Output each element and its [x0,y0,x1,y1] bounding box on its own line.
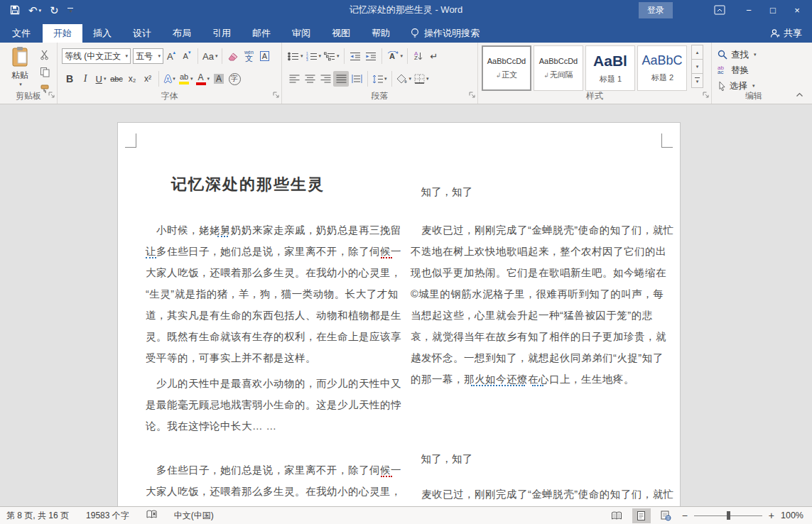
chevron-down-icon: ▾ [401,53,404,59]
style-card[interactable]: AaBbCcDd ↲无间隔 [534,45,583,91]
search-icon [718,50,727,60]
shrink-caret-icon: ▾ [188,50,191,55]
read-mode-button[interactable] [607,508,626,523]
paragraph-dialog-launcher-icon[interactable] [469,88,475,101]
pilcrow-mark-icon: ↲ [496,72,502,79]
subscript-button[interactable]: x₂ [124,71,140,87]
collapse-ribbon-button[interactable] [796,87,803,100]
phonetic-guide-button[interactable]: wén文 [241,48,256,64]
share-button[interactable]: 共享 [770,27,802,40]
font-dialog-launcher-icon[interactable] [273,88,279,101]
style-scroll-down-button[interactable]: ▾ [691,59,703,74]
close-button[interactable]: × [785,0,809,20]
page-indicator[interactable]: 第 8 页, 共 16 页 [6,510,69,522]
ribbon-tab[interactable]: 视图 [321,24,361,43]
undo-button[interactable]: ↶▾ [28,5,41,16]
borders-button[interactable]: ▾ [413,71,431,87]
enclose-characters-button[interactable]: 字 [227,71,242,87]
asian-layout-button[interactable]: A▾ [385,48,405,64]
show-hide-marks-button[interactable]: ↵ [426,48,442,64]
replace-button[interactable]: abac 替换 [712,62,796,78]
underline-button[interactable]: U▾ [93,71,109,87]
distribute-button[interactable] [349,71,364,87]
bold-button[interactable]: B [62,71,77,87]
sort-button[interactable]: AZ [411,48,426,64]
style-scroll-up-button[interactable]: ▴ [691,45,703,60]
ribbon-tab[interactable]: 帮助 [361,24,401,43]
print-layout-button[interactable] [632,508,651,523]
find-button[interactable]: 查找▾ [712,47,796,62]
ribbon-tab[interactable]: 开始 [43,24,82,43]
ribbon-display-options-button[interactable] [714,5,725,15]
document-page[interactable]: 记忆深处的那些生灵 小时候，姥姥舅奶奶来家走亲戚，奶奶总是再三挽留让多住些日子，… [117,122,681,506]
ribbon-tab[interactable]: 设计 [122,24,162,43]
ribbon-tab[interactable]: 布局 [162,24,202,43]
clipboard-dialog-launcher-icon[interactable] [48,88,55,101]
redo-button[interactable]: ↻ [50,5,59,16]
italic-button[interactable]: I [77,71,93,87]
tab-file[interactable]: 文件 [0,24,43,43]
justify-button[interactable] [333,71,349,87]
font-size-combobox[interactable]: 五号▾ [133,48,163,64]
proofing-status-icon[interactable] [146,510,157,521]
language-indicator[interactable]: 中文(中国) [174,510,214,522]
cut-button[interactable] [37,48,53,62]
multilevel-list-icon [324,52,335,61]
bullets-button[interactable]: ▾ [286,48,305,64]
share-label: 共享 [784,27,802,40]
zoom-out-button[interactable]: − [682,510,688,521]
style-card[interactable]: AaBbCcDd ↲正文 [482,45,531,91]
grow-font-button[interactable]: A▴ [163,48,179,64]
zoom-slider-handle[interactable] [727,511,730,520]
ribbon-tab[interactable]: 审阅 [281,24,321,43]
style-card[interactable]: AaBbC 标题 2 [637,45,687,91]
increase-indent-button[interactable] [363,48,379,64]
shrink-font-button[interactable]: A▾ [179,48,195,64]
save-icon[interactable] [10,5,20,15]
ribbon-tab[interactable]: 引用 [202,24,242,43]
minimize-button[interactable]: − [737,0,761,20]
superscript-button[interactable]: x² [140,71,156,87]
undo-caret-icon[interactable]: ▾ [39,8,42,13]
align-right-button[interactable] [318,71,333,87]
strikethrough-button[interactable]: abc [109,71,124,87]
text-effects-button[interactable]: A▾ [162,71,178,87]
highlight-color-button[interactable]: ab▾ [178,71,195,87]
align-left-button[interactable] [286,71,302,87]
down-arrow-icon [418,52,423,61]
web-layout-button[interactable] [657,508,676,523]
redo-icon: ↻ [50,5,59,16]
character-border-button[interactable]: A [256,48,272,64]
line-spacing-button[interactable]: ▾ [371,71,389,87]
sign-in-button[interactable]: 登录 [639,2,673,18]
tell-me-search[interactable]: 操作说明搜索 [411,24,480,43]
zoom-level[interactable]: 100% [781,511,803,520]
multilevel-list-button[interactable]: ▾ [323,48,341,64]
crop-mark-right [661,133,673,148]
font-color-button[interactable]: A▾ [195,71,212,87]
customize-qat-button[interactable]: ▾ [67,8,73,13]
change-case-button[interactable]: Aa▾ [201,48,219,64]
chevron-down-icon: ▾ [70,9,72,13]
zoom-in-button[interactable]: + [769,510,774,521]
decrease-indent-button[interactable] [347,48,363,64]
clear-formatting-button[interactable] [225,48,241,64]
word-count[interactable]: 19583 个字 [86,510,129,522]
text-line: 现也似乎更加热闹。它们是在歌唱新生吧。如今蜷缩在 [411,262,674,283]
shading-button[interactable]: ▾ [395,71,413,87]
style-card[interactable]: AaBl 标题 1 [585,45,635,91]
tell-me-label: 操作说明搜索 [424,27,480,40]
character-shading-button[interactable]: A [211,71,227,87]
ribbon-tab[interactable]: 插入 [82,24,122,43]
align-center-button[interactable] [302,71,318,87]
chevron-down-icon: ▾ [158,53,161,59]
ribbon-tab[interactable]: 邮件 [242,24,281,43]
numbering-button[interactable]: 123▾ [305,48,323,64]
justify-icon [336,75,347,83]
styles-dialog-launcher-icon[interactable] [703,88,709,101]
font-name-combobox[interactable]: 等线 (中文正文▾ [62,48,131,64]
style-gallery-more-button[interactable]: ▾ [691,73,703,88]
zoom-slider[interactable] [694,511,762,520]
maximize-button[interactable]: □ [761,0,785,20]
copy-button[interactable] [37,65,53,79]
